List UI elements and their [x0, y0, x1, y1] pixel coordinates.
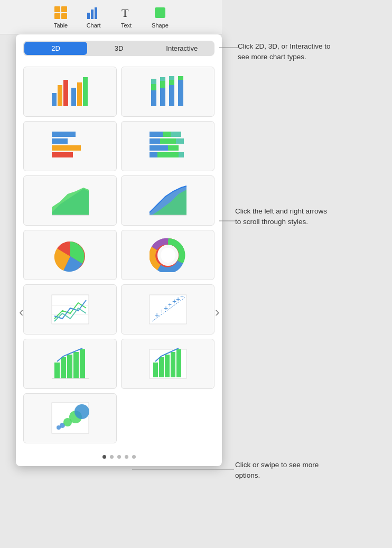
chart-type-bar-line-framed[interactable] — [121, 339, 214, 389]
svg-rect-14 — [83, 77, 88, 106]
dot-1[interactable] — [102, 455, 106, 459]
chart-picker-panel: 2D 3D Interactive — [16, 34, 222, 466]
svg-rect-20 — [160, 77, 165, 81]
svg-rect-72 — [171, 352, 175, 377]
svg-rect-6 — [95, 7, 97, 19]
svg-rect-64 — [67, 355, 72, 378]
callout-dimension-tip: Click 2D, 3D, or Interactive to see more… — [238, 41, 335, 62]
toolbar-table-label: Table — [54, 22, 68, 29]
svg-rect-10 — [58, 85, 62, 106]
seg-interactive[interactable]: Interactive — [151, 42, 213, 55]
dot-4[interactable] — [125, 455, 128, 459]
svg-rect-5 — [91, 10, 94, 19]
svg-rect-33 — [150, 138, 160, 144]
svg-rect-50 — [52, 295, 89, 324]
svg-point-79 — [74, 404, 89, 419]
svg-rect-22 — [169, 80, 174, 85]
dot-3[interactable] — [117, 455, 121, 459]
svg-rect-16 — [151, 84, 156, 90]
svg-rect-17 — [151, 79, 156, 84]
svg-rect-62 — [54, 363, 60, 378]
svg-rect-34 — [160, 138, 176, 144]
scroll-left-arrow[interactable]: ‹ — [19, 304, 24, 320]
toolbar-text[interactable]: T Text — [113, 2, 140, 32]
svg-rect-38 — [150, 152, 157, 157]
toolbar-table[interactable]: Table — [47, 2, 74, 32]
svg-rect-11 — [63, 80, 68, 106]
svg-rect-2 — [54, 13, 60, 19]
svg-rect-70 — [159, 357, 164, 377]
svg-marker-42 — [52, 188, 89, 215]
svg-rect-19 — [160, 81, 165, 88]
svg-rect-30 — [150, 132, 163, 137]
svg-text:+: + — [180, 293, 184, 300]
scroll-right-arrow[interactable]: › — [215, 304, 220, 320]
toolbar-chart-label: Chart — [87, 22, 101, 29]
svg-rect-27 — [52, 138, 68, 144]
chart-type-line[interactable] — [23, 284, 117, 335]
dot-2[interactable] — [110, 455, 114, 459]
chart-type-horizontal-bar[interactable] — [23, 121, 117, 171]
svg-rect-25 — [178, 76, 183, 80]
svg-rect-29 — [52, 152, 73, 157]
svg-rect-18 — [160, 88, 165, 106]
dot-5[interactable] — [132, 455, 136, 459]
seg-3d[interactable]: 3D — [87, 42, 150, 55]
chart-type-vertical-bar-grouped[interactable] — [23, 67, 117, 117]
svg-rect-40 — [179, 152, 184, 157]
svg-rect-35 — [176, 138, 184, 144]
svg-rect-12 — [71, 88, 76, 106]
toolbar-text-label: Text — [121, 22, 132, 29]
svg-rect-21 — [169, 85, 174, 106]
chart-type-area-line[interactable] — [121, 175, 214, 226]
svg-text:+: + — [176, 295, 180, 303]
svg-rect-26 — [52, 132, 76, 137]
svg-rect-63 — [61, 357, 66, 378]
svg-rect-66 — [80, 349, 85, 378]
seg-2d[interactable]: 2D — [24, 42, 87, 55]
svg-rect-3 — [61, 13, 67, 19]
svg-rect-65 — [73, 352, 79, 378]
svg-rect-36 — [150, 145, 168, 151]
svg-rect-4 — [87, 13, 90, 19]
chart-type-stacked-horizontal-bar[interactable] — [121, 121, 214, 171]
callout-swipe-tip: Click or swipe to see more options. — [235, 460, 333, 480]
svg-rect-37 — [168, 145, 179, 151]
svg-point-49 — [161, 248, 175, 263]
svg-rect-69 — [153, 363, 158, 377]
svg-rect-9 — [52, 93, 57, 106]
svg-rect-24 — [178, 80, 183, 106]
svg-rect-73 — [176, 349, 181, 377]
chart-type-grid: + + + + + + + — [16, 62, 222, 450]
chart-type-donut[interactable] — [121, 230, 214, 280]
svg-rect-8 — [155, 7, 165, 18]
svg-rect-1 — [61, 6, 67, 12]
svg-text:T: T — [122, 6, 129, 20]
svg-rect-13 — [77, 82, 82, 106]
pagination-dots — [16, 450, 222, 466]
chart-type-area[interactable] — [23, 175, 117, 226]
callout-arrows-tip: Click the left and right arrows to scrol… — [235, 206, 333, 227]
toolbar-chart[interactable]: Chart — [80, 2, 107, 32]
chart-type-scatter[interactable]: + + + + + + + — [121, 284, 214, 335]
toolbar-shape[interactable]: Shape — [145, 2, 175, 32]
chart-type-bar-combo[interactable] — [23, 339, 117, 389]
svg-rect-31 — [163, 132, 171, 137]
toolbar-shape-label: Shape — [152, 22, 169, 29]
svg-rect-28 — [52, 145, 81, 151]
toolbar: Table Chart T Text Shape — [0, 0, 222, 34]
svg-rect-71 — [165, 355, 170, 377]
chart-type-bubble[interactable] — [23, 393, 117, 443]
svg-rect-0 — [54, 6, 60, 12]
chart-type-stacked-bar[interactable] — [121, 67, 214, 117]
svg-rect-15 — [151, 90, 156, 106]
svg-rect-32 — [171, 132, 181, 137]
svg-text:+: + — [160, 308, 164, 315]
svg-rect-23 — [169, 76, 174, 80]
svg-rect-39 — [157, 152, 179, 157]
chart-type-pie[interactable] — [23, 230, 117, 280]
chart-dimension-selector[interactable]: 2D 3D Interactive — [23, 41, 214, 56]
svg-text:+: + — [168, 301, 172, 309]
